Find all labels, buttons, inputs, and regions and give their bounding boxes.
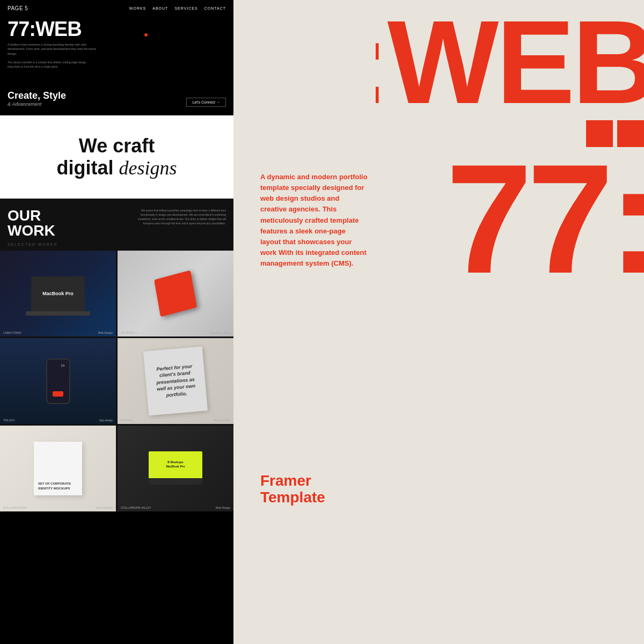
paper-text: Perfect for your client's brand presenta… — [150, 362, 201, 400]
work-item-1[interactable]: MacBook Pro LUMIA XTEMS Web Design — [0, 251, 116, 336]
nav-link-works[interactable]: WORKS — [129, 6, 146, 10]
craft-line1: We craft — [79, 135, 155, 157]
work-item-5[interactable]: SET OF CORPORATE IDENTITY MOCKUPS STELLA… — [0, 426, 116, 511]
work-item-2[interactable]: ORI MATIC™ Branding / Spain — [118, 251, 233, 336]
work-item-3[interactable]: TRILOGY App design — [0, 338, 116, 424]
craft-line2-italic: designs — [119, 157, 177, 179]
craft-text: We craft digital designs — [57, 135, 177, 180]
works-grid: MacBook Pro LUMIA XTEMS Web Design ORI M… — [0, 251, 233, 511]
hero-dot — [144, 33, 148, 36]
work-label-left-2: ORI MATIC™ — [121, 331, 137, 334]
nav-link-services[interactable]: SERVICES — [174, 6, 197, 10]
work-item-4[interactable]: Perfect for your client's brand presenta… — [118, 338, 233, 424]
work-label-left-5: STELLARFLYSTAR — [3, 506, 27, 509]
phone-accent — [53, 391, 63, 397]
description-text: A dynamic and modern portfolio template … — [260, 172, 368, 269]
hero-bottom: Create, Style & Advancement Let's Connec… — [0, 87, 233, 110]
laptop-screen-text: B MockupsMacBook Pro — [166, 460, 185, 468]
hero-bottom-left: Create, Style & Advancement — [8, 91, 66, 107]
box-text: SET OF CORPORATE IDENTITY MOCKUPS — [38, 481, 78, 491]
red-product-mockup — [154, 270, 197, 317]
connect-button[interactable]: Let's Connect → — [186, 98, 226, 107]
work-label-bottom-5: STELLARFLYSTAR Brand Identity — [0, 504, 116, 511]
decorative-big-text: :WEB 77: — [376, 0, 644, 644]
craft-section: We craft digital designs — [0, 115, 233, 199]
laptop-base — [149, 478, 202, 485]
hero-title: 77:WEB — [0, 17, 233, 39]
paper-mockup: Perfect for your client's brand presenta… — [143, 346, 208, 415]
work-label-bottom-3: TRILOGY App design — [0, 416, 116, 424]
work-bg-6: B MockupsMacBook Pro — [118, 426, 233, 511]
box-mockup: SET OF CORPORATE IDENTITY MOCKUPS — [34, 442, 82, 495]
work-label-right-6: Web Design — [216, 506, 230, 509]
macbook-mockup: MacBook Pro — [31, 276, 85, 311]
hero-section: PAGE 5 WORKS ABOUT SERVICES CONTACT 77:W… — [0, 0, 233, 115]
hero-tagline: The classic monolith or a module that de… — [0, 59, 97, 70]
hero-bottom-subheading: & Advancement — [8, 101, 66, 107]
hero-bottom-heading: Create, Style — [8, 91, 66, 101]
work-label-left-4: PETRAG+ — [121, 419, 133, 422]
selected-works-label: SELECTED WORKS — [8, 243, 226, 246]
work-label-right-2: Branding / Spain — [210, 331, 230, 334]
work-label-left-3: TRILOGY — [3, 419, 15, 422]
work-item-6[interactable]: B MockupsMacBook Pro STELLARBURN VALLEY … — [118, 426, 233, 511]
nav-link-about[interactable]: ABOUT — [152, 6, 168, 10]
nav-bar: PAGE 5 WORKS ABOUT SERVICES CONTACT — [0, 0, 233, 17]
work-label-bottom-6: STELLARBURN VALLEY Web Design — [118, 504, 233, 511]
craft-line2-regular: digital — [57, 157, 119, 179]
nav-link-contact[interactable]: CONTACT — [204, 6, 226, 10]
work-bg-3 — [0, 338, 116, 424]
work-label-right-4: Brand Identity — [214, 419, 230, 422]
big-77-text: 77: — [446, 152, 644, 285]
work-label-right-1: Web Design — [98, 331, 113, 334]
our-work-section: OUR WORK We assert that brilliant portfo… — [0, 199, 233, 251]
work-label-right-5: Brand Identity — [96, 506, 113, 509]
our-work-header: OUR WORK We assert that brilliant portfo… — [8, 208, 226, 238]
phone-mockup — [46, 358, 70, 404]
big-web-text: :WEB — [376, 11, 644, 115]
left-panel: PAGE 5 WORKS ABOUT SERVICES CONTACT 77:W… — [0, 0, 233, 644]
nav-logo: PAGE 5 — [8, 5, 28, 11]
work-label-bottom-4: PETRAG+ Brand Identity — [118, 416, 233, 424]
laptop-screen: B MockupsMacBook Pro — [149, 451, 202, 478]
nav-links: WORKS ABOUT SERVICES CONTACT — [129, 6, 226, 10]
our-work-description: We assert that brilliant portfolios amaz… — [129, 208, 226, 225]
work-label-right-3: App design — [99, 419, 113, 422]
work-bg-1: MacBook Pro — [0, 251, 116, 336]
work-label-left-1: LUMIA XTEMS — [3, 331, 21, 334]
work-label-bottom-2: ORI MATIC™ Branding / Spain — [118, 329, 233, 336]
work-label-left-6: STELLARBURN VALLEY — [121, 506, 151, 509]
hero-body-text: A platform that combines a strong brandi… — [0, 39, 107, 59]
work-bg-4: Perfect for your client's brand presenta… — [118, 338, 233, 424]
right-panel: A dynamic and modern portfolio template … — [233, 0, 644, 644]
our-work-title: OUR WORK — [8, 208, 55, 238]
big-text-inner: :WEB 77: — [376, 11, 644, 284]
yellow-laptop-mockup: B MockupsMacBook Pro — [149, 451, 202, 486]
macbook-label: MacBook Pro — [42, 291, 74, 297]
work-bg-2 — [118, 251, 233, 336]
work-label-bottom-1: LUMIA XTEMS Web Design — [0, 329, 116, 336]
work-bg-5: SET OF CORPORATE IDENTITY MOCKUPS — [0, 426, 116, 511]
